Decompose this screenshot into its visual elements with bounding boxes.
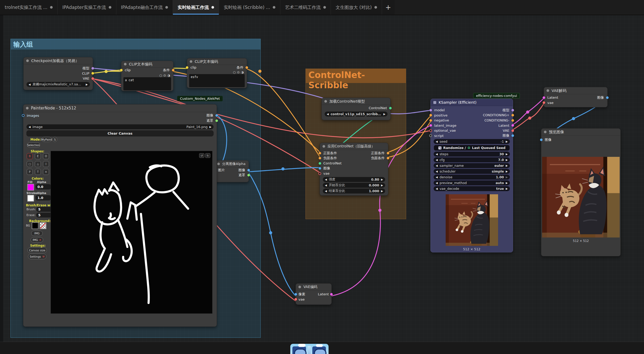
prev-arrow-icon[interactable]: ◀ (325, 190, 327, 192)
port-output-conditioning-minus[interactable] (511, 119, 514, 122)
reroute-dot[interactable] (572, 117, 575, 120)
node-collapse-dot[interactable] (190, 60, 192, 63)
reroute-dot[interactable] (526, 110, 529, 114)
port-input-script[interactable] (429, 134, 432, 137)
next-arrow-icon[interactable]: ▶ (381, 184, 383, 187)
prev-arrow-icon[interactable]: ◀ (436, 170, 438, 173)
fill-color-swatch[interactable] (27, 184, 34, 191)
preview-image-display[interactable] (542, 157, 620, 237)
port-input-image[interactable] (540, 139, 543, 141)
node-preview-image[interactable]: 预览图像 图像 (541, 128, 621, 256)
prev-arrow-icon[interactable]: ◀ (436, 176, 438, 179)
port-input-vae[interactable] (318, 172, 321, 175)
fill-alpha-input[interactable]: 0.0 (35, 184, 51, 190)
port-output-vae[interactable] (91, 77, 94, 80)
node-vae-decode[interactable]: VAE解码 Latent图像 vae (544, 87, 608, 107)
shape-brush-button[interactable]: B (27, 153, 33, 159)
node-collapse-dot[interactable] (324, 100, 327, 103)
tab-workflow-1[interactable]: trolnet实操工作流 ... (0, 0, 58, 15)
reroute-dot[interactable] (528, 117, 531, 120)
prev-arrow-icon[interactable]: ◀ (325, 178, 327, 181)
image-select-widget[interactable]: ◀imagePaint_16.png▶ (26, 124, 214, 129)
port-input-negative[interactable] (429, 119, 432, 122)
tab-workflow-2[interactable]: IPAdapter实操工作流 (58, 0, 116, 15)
port-input-pixels[interactable] (294, 293, 297, 296)
node-collapse-square[interactable] (433, 101, 436, 104)
port-input-model[interactable] (429, 109, 432, 112)
sampler-name-widget[interactable]: ◀sampler_nameeuler▶ (434, 163, 510, 168)
port-input-vae[interactable] (543, 101, 545, 104)
undo-button[interactable]: ↺ (199, 153, 204, 158)
next-arrow-icon[interactable]: ▶ (506, 158, 508, 161)
node-vae-encode[interactable]: VAE编码 像素Latent vae (296, 283, 332, 305)
tab-workflow-7[interactable]: 文生图放大 (对比) (331, 0, 382, 15)
node-collapse-dot[interactable] (323, 145, 325, 148)
prev-arrow-icon[interactable]: ◀ (436, 140, 438, 143)
redo-button[interactable]: ↻ (205, 153, 210, 158)
port-output-model[interactable] (511, 109, 514, 112)
port-output-mask[interactable] (215, 119, 218, 122)
prev-arrow-icon[interactable]: ◀ (436, 164, 438, 167)
node-collapse-dot[interactable] (26, 59, 29, 62)
node-clip-encode-negative[interactable]: CLIP文本编码 clip条件 ○⊙◑ esfv (187, 58, 247, 88)
group-controlnet-title[interactable]: ControlNet-Scribble (306, 69, 406, 83)
tab-workflow-3[interactable]: IPAdapte融合工作流 (116, 0, 173, 15)
port-input-positive[interactable] (429, 114, 432, 117)
graph-canvas[interactable]: 输入组 ControlNet-Scribble (0, 15, 644, 342)
sampler-preview-image[interactable] (446, 194, 498, 246)
node-collapse-dot[interactable] (544, 131, 547, 133)
paint-canvas[interactable]: ↺ ↻ (51, 151, 212, 314)
node-ksampler-efficient[interactable]: KSampler (Efficient) model模型 positiveCON… (430, 99, 513, 252)
port-input-controlnet[interactable] (319, 162, 321, 165)
port-input-positive[interactable] (319, 152, 321, 154)
preview-method-widget[interactable]: ◀preview_methodauto▶ (434, 180, 510, 185)
prev-arrow-icon[interactable]: ◀ (29, 83, 31, 86)
next-arrow-icon[interactable]: ▶ (383, 113, 385, 115)
bg-img-button[interactable]: IMG (31, 231, 43, 236)
port-output-image[interactable] (247, 169, 250, 172)
port-input-clip[interactable] (120, 69, 123, 71)
port-input-negative[interactable] (319, 157, 321, 159)
tab-workflow-6[interactable]: 艺术二维码工作流 (280, 0, 331, 15)
prompt-textarea[interactable]: esfv (189, 74, 245, 87)
port-output-positive[interactable] (387, 152, 389, 154)
prev-arrow-icon[interactable]: ◀ (436, 153, 438, 156)
next-arrow-icon[interactable]: ▶ (506, 187, 508, 190)
next-arrow-icon[interactable]: ▶ (381, 178, 383, 181)
port-input-latent-image[interactable] (429, 124, 432, 127)
shape-triangle-button[interactable]: △ (35, 161, 41, 167)
next-arrow-icon[interactable]: ▶ (209, 125, 211, 128)
feed-thumbnail[interactable] (290, 344, 329, 354)
new-tab-button[interactable]: + (382, 0, 395, 15)
contrast-icon[interactable]: ◑ (167, 74, 170, 77)
port-output-latent[interactable] (330, 293, 333, 296)
prev-arrow-icon[interactable]: ◀ (325, 184, 327, 187)
port-output-image[interactable] (215, 114, 218, 117)
denoise-widget[interactable]: ◀denoise1.00▶ (434, 175, 510, 180)
shape-pencil-button[interactable]: P (27, 169, 33, 175)
prev-arrow-icon[interactable]: ◀ (327, 113, 329, 115)
node-collapse-dot[interactable] (298, 286, 301, 288)
port-input-optional-vae[interactable] (429, 129, 432, 132)
bg-img-remove-button[interactable]: IMG✕ (31, 237, 43, 242)
vae-decode-widget[interactable]: ◀vae_decodetrue▶ (434, 186, 510, 191)
node-painter[interactable]: PainterNode - 512x512 images图像 遮罩 ◀image… (23, 104, 217, 327)
next-arrow-icon[interactable]: ▶ (506, 181, 508, 184)
next-arrow-icon[interactable]: ▶ (506, 153, 508, 156)
next-arrow-icon[interactable]: ▶ (86, 83, 88, 86)
node-collapse-dot[interactable] (217, 163, 220, 165)
shape-text-button[interactable]: T (35, 169, 41, 175)
port-input-latent[interactable] (543, 96, 545, 99)
port-input-images[interactable] (22, 114, 25, 117)
shape-square-button[interactable]: □ (27, 161, 33, 167)
shape-line-button[interactable]: I (43, 161, 49, 167)
port-output-conditioning-plus[interactable] (511, 114, 514, 117)
seed-widget[interactable]: ◀seed-1▶ (434, 139, 510, 144)
translate-off-icon[interactable]: ○ (159, 74, 162, 77)
reroute-dot[interactable] (281, 167, 285, 170)
next-arrow-icon[interactable]: ▶ (381, 190, 383, 192)
next-arrow-icon[interactable]: ▶ (506, 164, 508, 167)
port-output-image[interactable] (606, 96, 609, 99)
port-input-image[interactable] (319, 167, 321, 170)
brush-width-input[interactable]: 5 (36, 207, 53, 212)
